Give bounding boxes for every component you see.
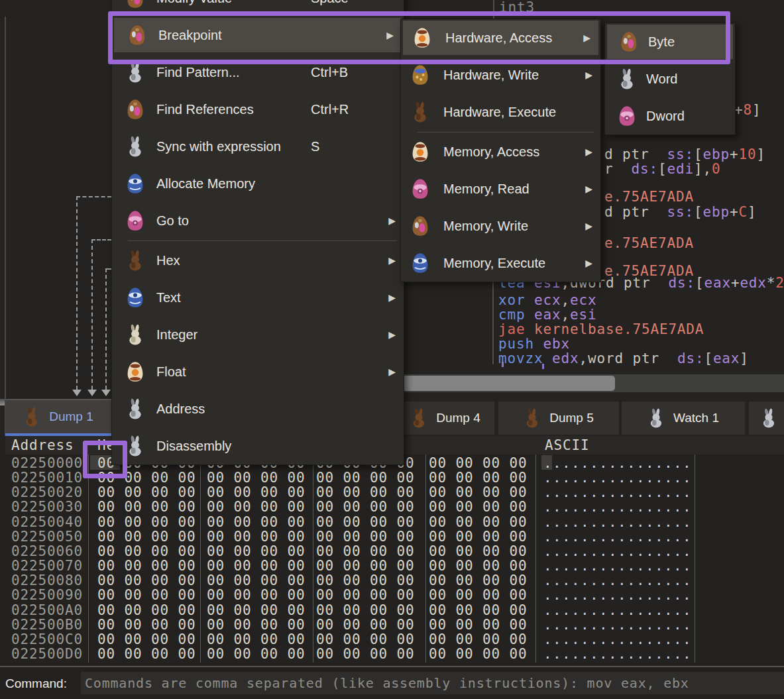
dump-ascii[interactable]: ................: [543, 470, 692, 485]
menu-item-sync-with-expression[interactable]: Sync with expressionS: [112, 128, 404, 165]
dump-row[interactable]: 022500D000 00 00 0000 00 00 0000 00 00 0…: [0, 647, 784, 662]
dump-bytes-group[interactable]: 00 00 00 00: [207, 632, 305, 647]
tab-dump-4[interactable]: Dump 4: [396, 402, 494, 435]
dump-bytes-group[interactable]: 00 00 00 00: [429, 618, 527, 632]
menu-item-memory-read[interactable]: Memory, Read▶: [401, 170, 600, 207]
menu-item-breakpoint[interactable]: Breakpoint▶: [114, 18, 402, 52]
dump-row[interactable]: 0225005000 00 00 0000 00 00 0000 00 00 0…: [0, 529, 784, 545]
dump-bytes-group[interactable]: 00 00 00 00: [429, 485, 527, 500]
dump-bytes-group[interactable]: 00 00 00 00: [97, 618, 196, 632]
dump-bytes-group[interactable]: 00 00 00 00: [207, 485, 305, 500]
dump-bytes-group[interactable]: 00 00 00 00: [429, 529, 527, 544]
menu-item-disassembly[interactable]: Disassembly: [112, 427, 404, 464]
dump-bytes-group[interactable]: 00 00 00 00: [207, 573, 305, 588]
dump-bytes-group[interactable]: 00 00 00 00: [316, 573, 414, 588]
dump-bytes-group[interactable]: 00 00 00 00: [97, 588, 196, 602]
dump-ascii[interactable]: ................: [543, 544, 692, 559]
tab-dump-5[interactable]: Dump 5: [498, 402, 619, 435]
menu-item-byte[interactable]: Byte: [607, 25, 733, 59]
menu-item-go-to[interactable]: Go to▶: [112, 202, 404, 239]
tab-dump-1[interactable]: Dump 1: [5, 400, 111, 436]
command-input[interactable]: [81, 672, 784, 694]
menu-item-hex[interactable]: Hex▶: [112, 242, 404, 279]
dump-bytes-group[interactable]: 00 00 00 00: [429, 515, 527, 529]
menu-item-allocate-memory[interactable]: Allocate Memory: [112, 165, 404, 202]
menu-item-address[interactable]: Address: [112, 390, 404, 427]
dump-bytes-group[interactable]: 00 00 00 00: [97, 559, 196, 573]
tab-watch-1[interactable]: Watch 1: [622, 402, 745, 435]
dump-bytes-group[interactable]: 00 00 00 00: [316, 515, 414, 529]
dump-bytes-group[interactable]: 00 00 00 00: [429, 456, 527, 470]
dump-bytes-group[interactable]: 00 00 00 00: [97, 544, 196, 559]
dump-bytes-group[interactable]: 00 00 00 00: [97, 470, 196, 485]
menu-item-memory-access[interactable]: Memory, Access▶: [401, 133, 600, 170]
menu-item-find-pattern[interactable]: Find Pattern...Ctrl+B: [112, 54, 404, 91]
dump-bytes-group[interactable]: 00 00 00 00: [429, 573, 527, 588]
dump-ascii[interactable]: ................: [543, 485, 692, 500]
dump-bytes-group[interactable]: 00 00 00 00: [207, 515, 305, 529]
dump-bytes-group[interactable]: 00 00 00 00: [207, 529, 305, 544]
menu-item-text[interactable]: Text▶: [112, 279, 404, 316]
dump-row[interactable]: 0225004000 00 00 0000 00 00 0000 00 00 0…: [0, 515, 784, 530]
dump-row[interactable]: 0225009000 00 00 0000 00 00 0000 00 00 0…: [0, 588, 784, 603]
dump-ascii[interactable]: ................: [543, 573, 692, 588]
tab-partial[interactable]: [749, 402, 784, 435]
dump-row[interactable]: 0225001000 00 00 0000 00 00 0000 00 00 0…: [0, 470, 784, 486]
dump-bytes-group[interactable]: 00 00 00 00: [316, 485, 414, 500]
dump-bytes-group[interactable]: 00 00 00 00: [429, 603, 527, 618]
dump-bytes-group[interactable]: 00 00 00 00: [316, 603, 414, 618]
dump-bytes-group[interactable]: 00 00 00 00: [316, 559, 414, 573]
dump-bytes-group[interactable]: 00 00 00 00: [429, 647, 527, 661]
menu-item-hardware-access[interactable]: Hardware, Access▶: [403, 21, 598, 55]
dump-ascii[interactable]: ................: [543, 588, 692, 602]
dump-bytes-group[interactable]: 00 00 00 00: [97, 573, 196, 588]
dump-row[interactable]: 0225002000 00 00 0000 00 00 0000 00 00 0…: [0, 485, 784, 500]
dump-bytes-group[interactable]: 00 00 00 00: [97, 515, 196, 529]
dump-row[interactable]: 022500C000 00 00 0000 00 00 0000 00 00 0…: [0, 632, 784, 647]
dump-ascii[interactable]: ................: [543, 559, 692, 573]
dump-bytes-group[interactable]: 00 00 00 00: [429, 470, 527, 485]
dump-bytes-group[interactable]: 00 00 00 00: [207, 618, 305, 632]
menu-item-dword[interactable]: Dword: [605, 97, 735, 134]
dump-bytes-group[interactable]: 00 00 00 00: [207, 588, 305, 602]
dump-row[interactable]: 0225006000 00 00 0000 00 00 0000 00 00 0…: [0, 544, 784, 559]
dump-bytes-group[interactable]: 00 00 00 00: [207, 470, 305, 485]
dump-row[interactable]: 0225007000 00 00 0000 00 00 0000 00 00 0…: [0, 559, 784, 574]
menu-item-float[interactable]: Float▶: [112, 353, 404, 390]
menu-item-hardware-write[interactable]: Hardware, Write▶: [401, 56, 600, 93]
dump-bytes-group[interactable]: 00 00 00 00: [316, 470, 414, 485]
dump-bytes-group[interactable]: 00 00 00 00: [316, 647, 414, 661]
dump-ascii[interactable]: ................: [543, 515, 692, 529]
dump-bytes-group[interactable]: 00 00 00 00: [207, 559, 305, 573]
dump-bytes-group[interactable]: 00 00 00 00: [316, 529, 414, 544]
dump-bytes-group[interactable]: 00 00 00 00: [316, 588, 414, 602]
dump-bytes-group[interactable]: 00 00 00 00: [316, 500, 414, 514]
dump-bytes-group[interactable]: 00 00 00 00: [429, 559, 527, 573]
menu-item-integer[interactable]: Integer▶: [112, 316, 404, 353]
dump-bytes-group[interactable]: 00 00 00 00: [316, 632, 414, 647]
dump-bytes-group[interactable]: 00 00 00 00: [429, 588, 527, 602]
dump-bytes-group[interactable]: 00 00 00 00: [316, 544, 414, 559]
dump-bytes-group[interactable]: 00 00 00 00: [97, 603, 196, 618]
menu-item-memory-execute[interactable]: Memory, Execute▶: [401, 244, 600, 282]
dump-row[interactable]: 022500B000 00 00 0000 00 00 0000 00 00 0…: [0, 618, 784, 633]
dump-bytes-group[interactable]: 00 00 00 00: [207, 500, 305, 514]
dump-ascii[interactable]: ................: [543, 603, 692, 618]
dump-bytes-group[interactable]: 00 00 00 00: [207, 647, 305, 661]
dump-bytes-group[interactable]: 00 00 00 00: [429, 544, 527, 559]
dump-bytes-group[interactable]: 00 00 00 00: [316, 618, 414, 632]
dump-bytes-group[interactable]: 00 00 00 00: [207, 603, 305, 618]
dump-bytes-group[interactable]: 00 00 00 00: [97, 500, 196, 514]
menu-item-find-references[interactable]: Find ReferencesCtrl+R: [112, 91, 404, 128]
dump-bytes-group[interactable]: 00 00 00 00: [429, 632, 527, 647]
dump-bytes-group[interactable]: 00 00 00 00: [97, 632, 196, 647]
hex-dump-panel[interactable]: Address Hex ASCII 0225000000 00 00 0000 …: [0, 436, 784, 665]
dump-bytes-group[interactable]: 00 00 00 00: [97, 529, 196, 544]
dump-bytes-group[interactable]: 00 00 00 00: [97, 485, 196, 500]
dump-bytes-group[interactable]: 00 00 00 00: [207, 544, 305, 559]
dump-ascii[interactable]: ................: [543, 632, 692, 647]
dump-ascii[interactable]: ................: [543, 618, 692, 632]
horizontal-scrollbar-thumb[interactable]: [396, 376, 615, 391]
dump-ascii[interactable]: ................: [543, 456, 692, 470]
menu-item-hardware-execute[interactable]: Hardware, Execute: [401, 93, 600, 131]
